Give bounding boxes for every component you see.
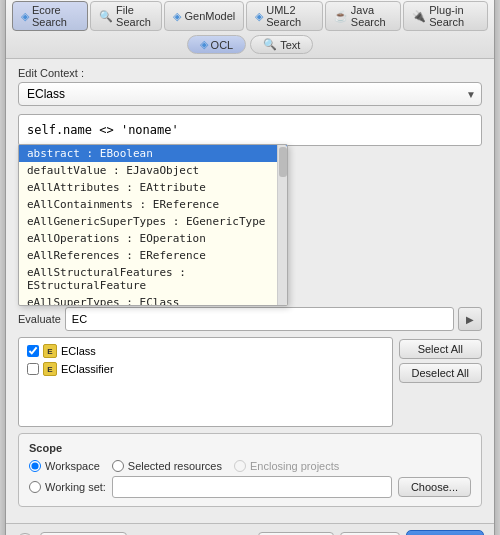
evaluate-input[interactable] <box>65 307 454 331</box>
tab-uml2-search[interactable]: ◈ UML2 Search <box>246 1 323 31</box>
scope-workingset-label: Working set: <box>45 481 106 493</box>
tab-java-search[interactable]: ☕ Java Search <box>325 1 401 31</box>
autocomplete-list: abstract : EBoolean defaultValue : EJava… <box>19 145 287 305</box>
toolbar: ◈ Ecore Search 🔍 File Search ◈ GenModel … <box>6 0 494 59</box>
main-content: Edit Context : EClass EObject EAttribute… <box>6 59 494 523</box>
bottom-bar: ? Customize... Replace... Cancel Search <box>6 523 494 535</box>
deselect-all-button[interactable]: Deselect All <box>399 363 482 383</box>
scope-enclosing-radio[interactable] <box>234 460 246 472</box>
ocl-icon: ◈ <box>200 38 208 51</box>
context-select[interactable]: EClass EObject EAttribute EReference <box>18 82 482 106</box>
scope-selected-label: Selected resources <box>128 460 222 472</box>
scope-workspace-label: Workspace <box>45 460 100 472</box>
scope-options-row: Workspace Selected resources Enclosing p… <box>29 460 471 472</box>
main-tab-row: ◈ Ecore Search 🔍 File Search ◈ GenModel … <box>12 1 488 31</box>
evaluate-row: Evaluate ▶ <box>18 307 482 331</box>
scope-title: Scope <box>29 442 471 454</box>
result-checkbox-0[interactable] <box>27 345 39 357</box>
results-list[interactable]: E EClass E EClassifier <box>18 337 393 427</box>
java-icon: ☕ <box>334 10 348 23</box>
autocomplete-item-0[interactable]: abstract : EBoolean <box>19 145 287 162</box>
file-icon: 🔍 <box>99 10 113 23</box>
scope-workingset-option[interactable]: Working set: <box>29 481 106 493</box>
result-label-1: EClassifier <box>61 363 114 375</box>
scope-workspace-option[interactable]: Workspace <box>29 460 100 472</box>
scope-selected-radio[interactable] <box>112 460 124 472</box>
working-set-row: Working set: Choose... <box>29 476 471 498</box>
eclass-icon-0: E <box>43 344 57 358</box>
scope-workspace-radio[interactable] <box>29 460 41 472</box>
sub-tab-row: ◈ OCL 🔍 Text <box>12 35 488 54</box>
genmodel-icon: ◈ <box>173 10 181 23</box>
ecore-icon: ◈ <box>21 10 29 23</box>
tab-genmodel[interactable]: ◈ GenModel <box>164 1 244 31</box>
choose-button[interactable]: Choose... <box>398 477 471 497</box>
autocomplete-scrollbar-thumb <box>279 147 287 177</box>
tab-java-label: Java Search <box>351 4 392 28</box>
evaluate-run-button[interactable]: ▶ <box>458 307 482 331</box>
edit-context-label: Edit Context : <box>18 67 482 79</box>
autocomplete-item-8[interactable]: eAllSuperTypes : EClass <box>19 294 287 305</box>
result-item-0: E EClass <box>23 342 388 360</box>
bottom-right: Replace... Cancel Search <box>258 530 484 535</box>
autocomplete-item-6[interactable]: eAllReferences : EReference <box>19 247 287 264</box>
autocomplete-dropdown: abstract : EBoolean defaultValue : EJava… <box>18 144 288 306</box>
expression-input[interactable] <box>18 114 482 146</box>
subtab-ocl-label: OCL <box>211 39 234 51</box>
evaluate-label: Evaluate <box>18 313 61 325</box>
expression-area: abstract : EBoolean defaultValue : EJava… <box>18 114 482 146</box>
tab-ecore-search[interactable]: ◈ Ecore Search <box>12 1 88 31</box>
text-icon: 🔍 <box>263 38 277 51</box>
tab-file-search[interactable]: 🔍 File Search <box>90 1 162 31</box>
evaluate-run-icon: ▶ <box>466 314 474 325</box>
scope-section: Scope Workspace Selected resources Enclo… <box>18 433 482 507</box>
autocomplete-scrollbar[interactable] <box>277 145 287 305</box>
tab-uml2-label: UML2 Search <box>266 4 314 28</box>
tab-plugin-search[interactable]: 🔌 Plug-in Search <box>403 1 488 31</box>
autocomplete-item-7[interactable]: eAllStructuralFeatures : EStructuralFeat… <box>19 264 287 294</box>
search-window: Search ◈ Ecore Search 🔍 File Search ◈ Ge… <box>5 0 495 535</box>
context-select-wrap: EClass EObject EAttribute EReference ▼ <box>18 82 482 106</box>
results-buttons: Select All Deselect All <box>399 337 482 427</box>
subtab-text[interactable]: 🔍 Text <box>250 35 313 54</box>
tab-ecore-label: Ecore Search <box>32 4 79 28</box>
scope-workingset-radio[interactable] <box>29 481 41 493</box>
plugin-icon: 🔌 <box>412 10 426 23</box>
autocomplete-item-1[interactable]: defaultValue : EJavaObject <box>19 162 287 179</box>
subtab-text-label: Text <box>280 39 300 51</box>
autocomplete-item-2[interactable]: eAllAttributes : EAttribute <box>19 179 287 196</box>
result-label-0: EClass <box>61 345 96 357</box>
autocomplete-item-5[interactable]: eAllOperations : EOperation <box>19 230 287 247</box>
search-button[interactable]: Search <box>406 530 484 535</box>
scope-enclosing-option[interactable]: Enclosing projects <box>234 460 339 472</box>
tab-plugin-label: Plug-in Search <box>429 4 479 28</box>
scope-enclosing-label: Enclosing projects <box>250 460 339 472</box>
results-area: E EClass E EClassifier Select All Desele… <box>18 337 482 427</box>
working-set-input[interactable] <box>112 476 392 498</box>
eclass-icon-1: E <box>43 362 57 376</box>
tab-file-label: File Search <box>116 4 153 28</box>
result-item-1: E EClassifier <box>23 360 388 378</box>
select-all-button[interactable]: Select All <box>399 339 482 359</box>
scope-selected-option[interactable]: Selected resources <box>112 460 222 472</box>
uml2-icon: ◈ <box>255 10 263 23</box>
autocomplete-item-3[interactable]: eAllContainments : EReference <box>19 196 287 213</box>
subtab-ocl[interactable]: ◈ OCL <box>187 35 247 54</box>
result-checkbox-1[interactable] <box>27 363 39 375</box>
autocomplete-item-4[interactable]: eAllGenericSuperTypes : EGenericType <box>19 213 287 230</box>
tab-genmodel-label: GenModel <box>184 10 235 22</box>
